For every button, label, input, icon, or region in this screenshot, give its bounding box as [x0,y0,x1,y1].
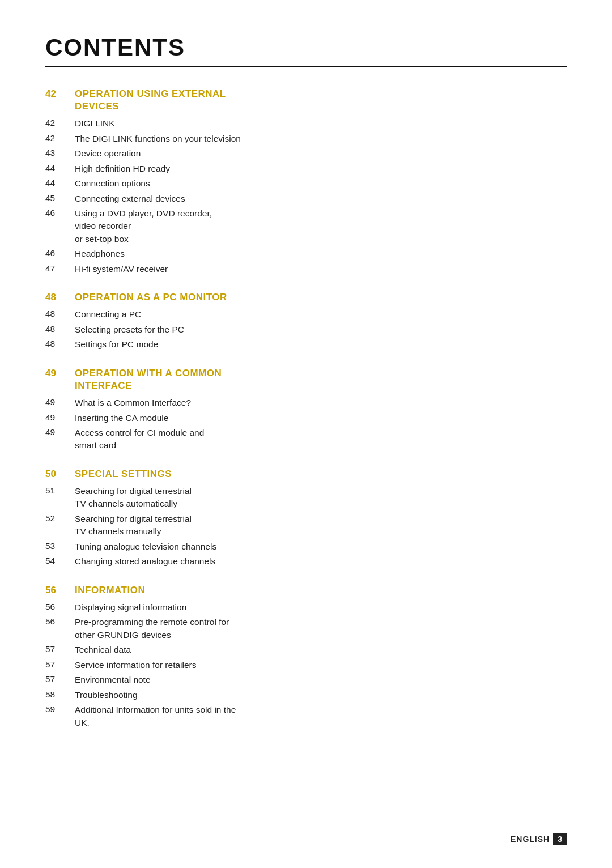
entry-text: Selecting presets for the PC [75,324,184,336]
entry-page-number: 49 [45,397,75,407]
entry-page-number: 56 [45,616,75,627]
list-item: 59Additional Information for units sold … [45,704,567,729]
entry-text: High definition HD ready [75,163,170,175]
list-item: 44High definition HD ready [45,163,567,175]
entry-text: Tuning analogue television channels [75,541,216,553]
list-item: 46Using a DVD player, DVD recorder, vide… [45,207,567,245]
section-external-devices-header: 42OPERATION USING EXTERNAL DEVICES [45,88,567,113]
section-information-header: 56INFORMATION [45,584,567,597]
entry-page-number: 46 [45,207,75,218]
list-item: 42DIGI LINK [45,117,567,130]
section-special-settings: 50SPECIAL SETTINGS51Searching for digita… [45,468,567,568]
section-external-devices: 42OPERATION USING EXTERNAL DEVICES42DIGI… [45,88,567,275]
entry-page-number: 56 [45,601,75,612]
entry-text: Troubleshooting [75,689,138,701]
entry-text: Connection options [75,177,150,190]
entry-text: Connecting a PC [75,308,141,321]
entry-page-number: 46 [45,248,75,258]
entry-text: Changing stored analogue channels [75,555,215,568]
list-item: 52Searching for digital terrestrial TV c… [45,513,567,538]
section-information-title: INFORMATION [75,584,145,597]
entry-page-number: 42 [45,133,75,143]
entry-page-number: 58 [45,689,75,700]
entry-text: Additional Information for units sold in… [75,704,236,729]
section-common-interface: 49OPERATION WITH A COMMON INTERFACE49Wha… [45,367,567,452]
entry-text: Headphones [75,248,125,260]
entry-page-number: 43 [45,147,75,158]
entry-text: Searching for digital terrestrial TV cha… [75,485,192,510]
entry-text: Using a DVD player, DVD recorder, video … [75,207,212,245]
list-item: 43Device operation [45,147,567,160]
section-special-settings-header: 50SPECIAL SETTINGS [45,468,567,480]
list-item: 57Environmental note [45,674,567,686]
list-item: 56Pre-programming the remote control for… [45,616,567,641]
entry-text: Connecting external devices [75,193,185,205]
entry-page-number: 49 [45,427,75,437]
entry-page-number: 42 [45,117,75,128]
entry-page-number: 48 [45,308,75,319]
entry-text: Searching for digital terrestrial TV cha… [75,513,192,538]
list-item: 49What is a Common Interface? [45,397,567,409]
entry-text: Access control for CI module and smart c… [75,427,204,452]
section-common-interface-number: 49 [45,367,75,379]
entry-page-number: 49 [45,412,75,423]
section-special-settings-title: SPECIAL SETTINGS [75,468,172,480]
entry-text: Inserting the CA module [75,412,168,424]
list-item: 51Searching for digital terrestrial TV c… [45,485,567,510]
entry-text: Service information for retailers [75,659,197,671]
entry-page-number: 48 [45,338,75,349]
list-item: 44Connection options [45,177,567,190]
list-item: 47Hi-fi system/AV receiver [45,263,567,275]
entry-text: Pre-programming the remote control for o… [75,616,229,641]
entry-page-number: 52 [45,513,75,524]
section-external-devices-title: OPERATION USING EXTERNAL DEVICES [75,88,226,113]
list-item: 48Connecting a PC [45,308,567,321]
entry-page-number: 59 [45,704,75,714]
entry-page-number: 48 [45,324,75,334]
page-title-container: CONTENTS [45,34,567,67]
entry-text: The DIGI LINK functions on your televisi… [75,133,241,145]
list-item: 56Displaying signal information [45,601,567,614]
entry-page-number: 57 [45,659,75,670]
section-information-number: 56 [45,584,75,596]
contents-container: 42OPERATION USING EXTERNAL DEVICES42DIGI… [45,88,567,729]
entry-text: Environmental note [75,674,151,686]
entry-page-number: 57 [45,674,75,684]
list-item: 42The DIGI LINK functions on your televi… [45,133,567,145]
page-title: CONTENTS [45,34,185,61]
entry-page-number: 51 [45,485,75,496]
section-special-settings-number: 50 [45,468,75,480]
footer-page-number: 3 [553,833,567,845]
section-pc-monitor-header: 48OPERATION AS A PC MONITOR [45,291,567,304]
list-item: 53Tuning analogue television channels [45,541,567,553]
list-item: 49Inserting the CA module [45,412,567,424]
entry-text: Settings for PC mode [75,338,158,351]
entry-text: Device operation [75,147,141,160]
page-footer: ENGLISH 3 [511,833,567,845]
list-item: 54Changing stored analogue channels [45,555,567,568]
entry-text: Displaying signal information [75,601,186,614]
entry-text: Technical data [75,644,131,656]
entry-page-number: 44 [45,163,75,173]
footer-language: ENGLISH [511,835,550,844]
list-item: 57Technical data [45,644,567,656]
entry-page-number: 54 [45,555,75,566]
list-item: 57Service information for retailers [45,659,567,671]
list-item: 48Settings for PC mode [45,338,567,351]
section-common-interface-header: 49OPERATION WITH A COMMON INTERFACE [45,367,567,392]
entry-text: What is a Common Interface? [75,397,191,409]
entry-text: Hi-fi system/AV receiver [75,263,168,275]
entry-page-number: 47 [45,263,75,274]
entry-text: DIGI LINK [75,117,115,130]
list-item: 49Access control for CI module and smart… [45,427,567,452]
list-item: 46Headphones [45,248,567,260]
section-pc-monitor: 48OPERATION AS A PC MONITOR48Connecting … [45,291,567,351]
entry-page-number: 53 [45,541,75,551]
entry-page-number: 57 [45,644,75,654]
list-item: 58Troubleshooting [45,689,567,701]
section-pc-monitor-number: 48 [45,291,75,303]
list-item: 45Connecting external devices [45,193,567,205]
list-item: 48Selecting presets for the PC [45,324,567,336]
section-common-interface-title: OPERATION WITH A COMMON INTERFACE [75,367,222,392]
section-external-devices-number: 42 [45,88,75,100]
